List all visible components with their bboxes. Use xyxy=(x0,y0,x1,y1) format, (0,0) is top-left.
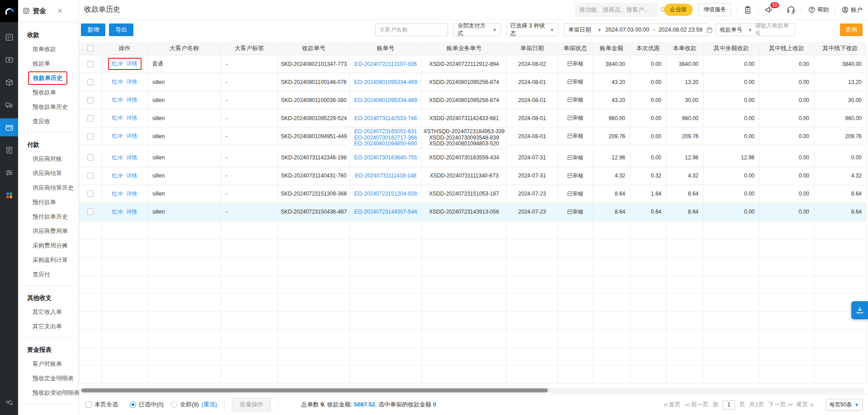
batch-operation-button[interactable]: 批量操作 xyxy=(232,398,271,411)
pagination-first[interactable]: |<首页 xyxy=(664,401,680,409)
brand-logo[interactable] xyxy=(0,0,18,22)
op-link-reverse[interactable]: 红冲 xyxy=(112,209,123,215)
row-checkbox[interactable] xyxy=(87,173,94,179)
headset-icon[interactable] xyxy=(786,5,796,14)
page-size-select[interactable]: 每页50条▼ xyxy=(826,399,863,410)
announcement-icon[interactable]: 93 xyxy=(764,5,774,14)
row-checkbox[interactable] xyxy=(87,115,94,121)
download-fab[interactable] xyxy=(851,301,868,319)
reselect-link[interactable]: (重选) xyxy=(202,401,217,409)
op-link-detail[interactable]: 详情 xyxy=(127,115,137,121)
all-radio[interactable] xyxy=(171,401,177,408)
row-checkbox[interactable] xyxy=(87,79,94,85)
sidebar-item[interactable]: 其它收入单 xyxy=(18,305,78,319)
customer-name-input[interactable] xyxy=(376,27,448,33)
pagination-last[interactable]: 尾页>| xyxy=(796,401,812,409)
rail-truck-icon[interactable] xyxy=(0,96,18,114)
row-checkbox[interactable] xyxy=(87,191,94,197)
rail-app-grid-icon[interactable] xyxy=(0,186,18,204)
sidebar-item[interactable]: 供应商费用单 xyxy=(18,224,78,238)
date-range-filter[interactable]: 单据日期 ▼ 2024.07.03 00:00 - 2024.08.02 23:… xyxy=(564,23,709,36)
row-checkbox[interactable] xyxy=(87,154,94,161)
pagination-next[interactable]: 下一页>> xyxy=(769,401,793,409)
op-link-detail[interactable]: 详情 xyxy=(127,191,137,197)
edition-badge[interactable]: 企业版 xyxy=(664,4,693,16)
payment-method-select[interactable]: 全部支付方式▼ xyxy=(453,23,501,36)
row-checkbox[interactable] xyxy=(87,133,94,140)
receipt-no-type-select[interactable]: 收款单号 xyxy=(720,26,742,34)
sidebar-item[interactable]: 查应付 xyxy=(18,267,78,282)
op-link-reverse[interactable]: 红冲 xyxy=(112,79,123,85)
all-radio-label[interactable]: 全部(9) xyxy=(180,401,199,409)
customer-name-filter[interactable] xyxy=(375,23,448,36)
bill-no-link[interactable]: EO-20240731142533-748 xyxy=(354,115,417,121)
selected-radio[interactable] xyxy=(130,401,136,408)
global-search-input[interactable] xyxy=(580,6,659,13)
rail-search-list-icon[interactable] xyxy=(0,398,18,407)
row-checkbox[interactable] xyxy=(87,97,94,103)
row-checkbox[interactable] xyxy=(87,209,94,215)
op-link-reverse[interactable]: 红冲 xyxy=(112,154,123,161)
sidebar-item[interactable]: 客户对账单 xyxy=(18,357,78,371)
sidebar-item[interactable]: 预收款单历史 xyxy=(18,100,78,114)
rail-sliders-icon[interactable] xyxy=(0,163,18,182)
op-link-reverse[interactable]: 红冲 xyxy=(112,115,123,121)
rail-package-icon[interactable] xyxy=(0,73,18,91)
sidebar-item[interactable]: 预收款单 xyxy=(18,85,78,100)
account-button[interactable]: 账户 xyxy=(841,6,863,14)
global-search[interactable] xyxy=(575,3,658,17)
horizontal-scrollbar[interactable] xyxy=(79,388,864,393)
sidebar-item[interactable]: 收款单 xyxy=(18,56,78,71)
vas-button[interactable]: 增值服务 xyxy=(698,3,731,16)
scrollbar-thumb[interactable] xyxy=(81,388,548,392)
status-select[interactable]: 已选择 3 种状态▼ xyxy=(506,23,558,36)
clipboard-icon[interactable] xyxy=(743,5,752,14)
date-range-end[interactable]: 2024.08.02 23:59 xyxy=(658,27,702,33)
query-button[interactable]: 查询 xyxy=(840,23,863,36)
calendar-icon[interactable] xyxy=(706,27,713,33)
op-link-detail[interactable]: 详情 xyxy=(127,97,137,103)
sidebar-item[interactable]: 采购返利计算 xyxy=(18,253,78,267)
rail-cash-note-icon[interactable] xyxy=(0,51,18,69)
sidebar-item[interactable]: 供应商结算 xyxy=(18,166,78,181)
select-all-checkbox[interactable] xyxy=(87,45,94,51)
op-link-detail[interactable]: 详情 xyxy=(127,79,137,85)
bill-no-link[interactable]: EO-20240801095334-469 xyxy=(354,79,417,85)
sidebar-item[interactable]: 其它支出单 xyxy=(18,319,78,334)
receipt-no-input[interactable]: 请输入收款单号 xyxy=(755,22,791,37)
bill-no-link[interactable]: EO-20240801095334-469 xyxy=(354,97,417,103)
row-checkbox[interactable] xyxy=(87,61,94,67)
add-button[interactable]: 新增 xyxy=(81,23,105,36)
sidebar-item[interactable]: 预收款变动明细表 xyxy=(18,386,78,400)
help-button[interactable]: 帮助 xyxy=(808,6,829,14)
bill-no-link[interactable]: EO-20240722113107-836 xyxy=(354,61,417,67)
op-link-detail[interactable]: 详情 xyxy=(127,60,137,68)
op-link-detail[interactable]: 详情 xyxy=(127,209,137,215)
bill-no-link[interactable]: EO-20240723151204-928 xyxy=(354,191,417,197)
sidebar-item[interactable]: 收款单历史 xyxy=(18,71,78,85)
op-link-reverse[interactable]: 红冲 xyxy=(112,173,123,179)
op-link-reverse[interactable]: 红冲 xyxy=(112,60,123,68)
selected-radio-label[interactable]: 已选中(0) xyxy=(139,401,164,409)
sidebar-item[interactable]: 预付款单 xyxy=(18,195,78,210)
sidebar-item[interactable]: 预付款单历史 xyxy=(18,210,78,224)
op-link-detail[interactable]: 详情 xyxy=(127,154,137,161)
sidebar-item[interactable]: 供应商对账 xyxy=(18,152,78,166)
op-link-reverse[interactable]: 红冲 xyxy=(112,97,123,103)
rail-wallet-icon[interactable] xyxy=(0,118,18,136)
bill-no-link[interactable]: EO-20240723165051-631 xyxy=(354,129,417,135)
sidebar-item[interactable]: 查应收 xyxy=(18,114,78,129)
bill-no-link[interactable]: EO-20240730163640-755 xyxy=(354,154,417,161)
rail-kanban-board-icon[interactable] xyxy=(0,28,18,46)
rail-invoice-icon[interactable] xyxy=(0,141,18,159)
sidebar-item[interactable]: 采购费用分摊 xyxy=(18,238,78,253)
bill-no-link[interactable]: EO-20240730162717-366 xyxy=(354,135,417,141)
op-link-detail[interactable]: 详情 xyxy=(127,173,137,179)
op-link-reverse[interactable]: 红冲 xyxy=(112,191,123,197)
sidebar-item[interactable]: 供应商结算历史 xyxy=(18,181,78,195)
op-link-detail[interactable]: 详情 xyxy=(127,133,137,139)
bill-no-link[interactable]: EO-20240731111419-148 xyxy=(355,173,416,179)
page-number-input[interactable] xyxy=(722,400,735,410)
date-type-select[interactable]: 单据日期 xyxy=(568,26,591,34)
op-link-reverse[interactable]: 红冲 xyxy=(112,133,123,139)
